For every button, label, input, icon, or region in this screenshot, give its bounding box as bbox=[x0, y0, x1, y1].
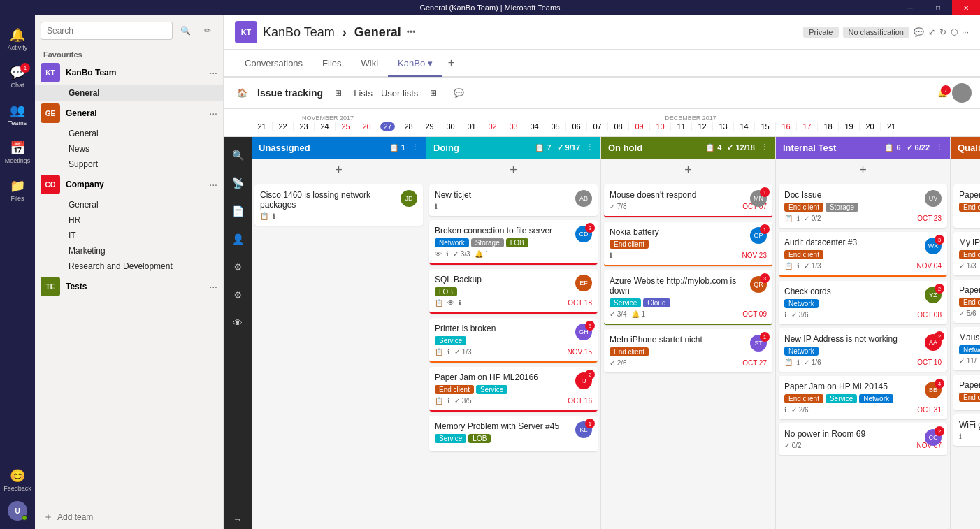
team-more-tests[interactable]: ··· bbox=[209, 281, 217, 292]
col-add-unassigned[interactable]: + bbox=[252, 159, 426, 182]
card-new-ip[interactable]: AA 2 New IP Address is not working Netwo… bbox=[779, 328, 947, 372]
nav-item-teams[interactable]: 👥 Teams bbox=[1, 96, 34, 133]
card-sql-backup[interactable]: EF SQL Backup LOB 📋 👁 ℹ bbox=[429, 269, 598, 314]
grid-icon[interactable]: ⊞ bbox=[424, 83, 443, 103]
card-maus-kapu[interactable]: GG Maus Kapu... Network ✓ 11/ bbox=[953, 327, 980, 370]
col-add-doing[interactable]: + bbox=[426, 159, 600, 182]
team-item-company[interactable]: CO Company ··· bbox=[35, 172, 223, 197]
tab-files[interactable]: Files bbox=[312, 51, 351, 75]
col-more-internal-test[interactable]: ⋮ bbox=[935, 143, 943, 152]
col-more-on-hold[interactable]: ⋮ bbox=[761, 143, 768, 152]
col-add-quality-gate[interactable]: + bbox=[951, 159, 980, 182]
card-paper-jam-qg3[interactable]: HH Paper Jam End client bbox=[953, 375, 980, 410]
side-filter-icon[interactable]: ⚙ bbox=[228, 257, 247, 277]
side-settings-icon[interactable]: ⚙ bbox=[228, 285, 247, 305]
team-item-general[interactable]: GE General ··· bbox=[35, 101, 223, 126]
card-audit-datacenter[interactable]: WX 3 Audit datacenter #3 End client 📋 bbox=[779, 232, 947, 277]
channel-item-general-news[interactable]: News bbox=[35, 141, 223, 157]
notification-button[interactable]: 🔔 7 bbox=[937, 88, 948, 98]
minimize-button[interactable]: ─ bbox=[896, 0, 924, 15]
channel-item-general-general[interactable]: General bbox=[35, 126, 223, 141]
side-users-icon[interactable]: 👤 bbox=[228, 229, 247, 249]
popout-icon[interactable]: ⬡ bbox=[951, 27, 958, 37]
user-profile-icon[interactable] bbox=[952, 83, 972, 103]
col-more-doing[interactable]: ⋮ bbox=[586, 143, 593, 152]
tab-kanbo[interactable]: KanBo ▾ bbox=[388, 51, 442, 77]
lists-label[interactable]: Lists bbox=[354, 88, 373, 99]
refresh-icon[interactable]: ↻ bbox=[939, 27, 946, 37]
col-more-unassigned[interactable]: ⋮ bbox=[411, 143, 419, 152]
channel-item-general-support[interactable]: Support bbox=[35, 157, 223, 172]
card-no-power[interactable]: CC 2 No power in Room 69 ✓ 0/2 NOV 07 bbox=[779, 423, 947, 455]
col-add-internal-test[interactable]: + bbox=[776, 159, 950, 182]
card-paper-jam-ml20145[interactable]: BB 4 Paper Jam on HP ML20145 End client … bbox=[779, 376, 947, 419]
side-arrow-icon[interactable]: → bbox=[228, 509, 247, 529]
team-more-general[interactable]: ··· bbox=[209, 108, 217, 119]
card-meta-azure: ✓ 3/4 🔔 1 bbox=[610, 310, 645, 318]
card-printer[interactable]: GH 5 Printer is broken Service 📋 bbox=[429, 318, 598, 363]
add-team-footer[interactable]: ＋ Add team bbox=[35, 505, 223, 529]
chat-header-icon[interactable]: 💬 bbox=[914, 27, 924, 37]
channel-item-company-marketing[interactable]: Marketing bbox=[35, 243, 223, 259]
tab-wiki[interactable]: Wiki bbox=[352, 51, 389, 75]
nav-item-chat[interactable]: 💬 Chat 1 bbox=[1, 59, 34, 95]
card-meta-icon-1: 📋 bbox=[260, 212, 268, 220]
card-check-cords[interactable]: YZ 2 Check cords Network ℹ bbox=[779, 281, 947, 324]
col-add-on-hold[interactable]: + bbox=[601, 159, 775, 182]
card-my-iphone-qg[interactable]: EE My iPhone End client ✓ 1/3 NOV 04 bbox=[953, 232, 980, 275]
card-paper-jam-hp[interactable]: IJ 2 Paper Jam on HP ML20166 End client … bbox=[429, 367, 598, 412]
home-board-icon[interactable]: 🏠 bbox=[232, 83, 252, 103]
card-tags-check-cords: Network bbox=[784, 299, 942, 308]
channel-item-company-rd[interactable]: Research and Development bbox=[35, 259, 223, 274]
channel-item-company-hr[interactable]: HR bbox=[35, 212, 223, 228]
card-cisco[interactable]: JD Cisco 1460 is lossing network package… bbox=[254, 184, 423, 226]
card-broken-connection[interactable]: CD 3 Broken connection to file server Ne… bbox=[429, 220, 598, 265]
search-input[interactable] bbox=[41, 22, 173, 40]
nav-item-activity[interactable]: 🔔 Activity bbox=[1, 21, 34, 57]
chat-kanban-icon[interactable]: 💬 bbox=[449, 83, 468, 103]
channel-item-company-it[interactable]: IT bbox=[35, 228, 223, 243]
card-mouse[interactable]: MN 1 Mouse doesn't respond ✓ 7/8 OCT 07 bbox=[604, 184, 772, 217]
user-avatar[interactable]: U bbox=[8, 501, 27, 521]
team-item-kanbo[interactable]: KT KanBo Team ··· bbox=[35, 60, 223, 85]
nav-item-feedback[interactable]: 😊 Feedback bbox=[1, 462, 34, 498]
team-more-kanbo[interactable]: ··· bbox=[209, 67, 217, 78]
card-date-audit: NOV 04 bbox=[916, 262, 942, 270]
card-date-ml20145: OCT 31 bbox=[917, 406, 942, 414]
tab-conversations[interactable]: Conversations bbox=[235, 51, 312, 75]
team-more-company[interactable]: ··· bbox=[209, 179, 217, 190]
card-memory-problem[interactable]: KL 1 Memory Problem with Server #45 Serv… bbox=[429, 416, 598, 451]
kanban-board-icon[interactable]: ⊞ bbox=[329, 83, 348, 103]
side-search-icon[interactable]: 🔍 bbox=[228, 145, 247, 165]
card-new-ticjet[interactable]: AB New ticjet ℹ bbox=[429, 184, 598, 216]
channel-item-company-general[interactable]: General bbox=[35, 197, 223, 212]
channel-more-icon[interactable]: ••• bbox=[407, 27, 416, 37]
side-hide-icon[interactable]: 👁 bbox=[228, 313, 247, 333]
card-doc-issue[interactable]: UV Doc Issue End client Storage 📋 ℹ bbox=[779, 184, 947, 228]
card-paper-jam-qg2[interactable]: FF Paper Jam End client ✓ 5/6 OCT 08 bbox=[953, 280, 980, 323]
side-docs-icon[interactable]: 📄 bbox=[228, 201, 247, 221]
col-title-unassigned: Unassigned bbox=[259, 143, 310, 153]
expand-icon[interactable]: ⤢ bbox=[928, 27, 935, 37]
card-azure[interactable]: QR 3 Azure Website http://mylob.com is d… bbox=[604, 270, 772, 325]
maximize-button[interactable]: □ bbox=[924, 0, 952, 15]
compose-icon[interactable]: ✏ bbox=[198, 21, 217, 41]
header-more-icon[interactable]: ··· bbox=[962, 27, 969, 37]
card-iphone-startet[interactable]: ST 1 MeIn iPhone startet nicht End clien… bbox=[604, 329, 772, 372]
card-tags-qg2: End client bbox=[959, 298, 980, 307]
search-icon[interactable]: 🔍 bbox=[175, 21, 195, 41]
channel-item-kanbo-general[interactable]: General bbox=[35, 85, 223, 101]
close-button[interactable]: ✕ bbox=[952, 0, 980, 15]
user-lists-label[interactable]: User lists bbox=[381, 88, 418, 99]
card-wifi-geht[interactable]: II WiFi geht n... ℹ bbox=[953, 414, 980, 446]
window-controls[interactable]: ─ □ ✕ bbox=[896, 0, 980, 15]
team-item-tests[interactable]: TE Tests ··· bbox=[35, 274, 223, 299]
card-date-sql: OCT 18 bbox=[568, 299, 592, 307]
tag-end-client-qg1: End client bbox=[959, 203, 980, 212]
side-rss-icon[interactable]: 📡 bbox=[228, 173, 247, 193]
nav-item-meetings[interactable]: 📅 Meetings bbox=[1, 134, 34, 171]
nav-item-files[interactable]: 📁 Files bbox=[1, 172, 34, 208]
tab-add-button[interactable]: + bbox=[442, 50, 460, 76]
card-nokia[interactable]: OP 1 Nokia battery End client ℹ bbox=[604, 222, 772, 266]
card-paper-jam-qg1[interactable]: DD Paper Jam End client OCT 23 bbox=[953, 184, 980, 228]
